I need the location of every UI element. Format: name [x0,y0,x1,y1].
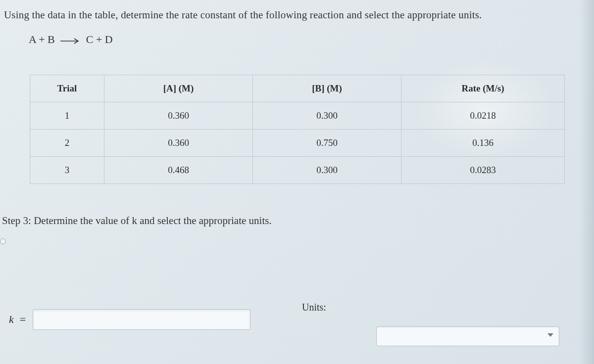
page-right-edge [579,0,594,364]
question-prompt: Using the data in the table, determine t… [0,0,594,21]
cell-rate: 0.0218 [401,102,565,129]
equation-rhs: C + D [86,33,113,46]
cell-a: 0.468 [104,156,253,183]
step-instruction: Step 3: Determine the value of k and sel… [0,184,594,227]
cell-trial: 1 [30,102,104,129]
header-b: [B] (M) [253,75,401,102]
table-row: 1 0.360 0.300 0.0218 [30,102,565,129]
cell-rate: 0.136 [401,129,565,156]
units-label: Units: [302,302,326,313]
header-a: [A] (M) [104,75,253,102]
arrow-icon [60,34,80,47]
header-rate: Rate (M/s) [401,75,565,102]
table-row: 2 0.360 0.750 0.136 [30,129,565,156]
cell-trial: 2 [30,129,104,156]
data-table-wrap: Trial [A] (M) [B] (M) Rate (M/s) 1 0.360… [30,75,564,184]
cell-b: 0.300 [253,102,401,129]
question-container: Using the data in the table, determine t… [0,0,594,364]
units-area: Units: [302,302,326,313]
table-header-row: Trial [A] (M) [B] (M) Rate (M/s) [30,75,565,102]
cell-a: 0.360 [104,102,253,129]
cell-rate: 0.0283 [401,156,565,183]
cell-trial: 3 [30,156,104,183]
equals-sign: = [20,313,26,326]
step-marker-icon [0,238,6,244]
units-field-wrap [376,326,559,346]
cell-b: 0.300 [253,156,401,183]
equation-lhs: A + B [29,33,55,46]
reaction-equation: A + B C + D [0,21,594,47]
data-table: Trial [A] (M) [B] (M) Rate (M/s) 1 0.360… [30,75,565,184]
cell-b: 0.750 [253,129,401,156]
table-row: 3 0.468 0.300 0.0283 [30,156,565,183]
k-value-input[interactable] [33,309,250,330]
header-trial: Trial [30,75,104,102]
cell-a: 0.360 [104,129,253,156]
units-select[interactable] [376,326,559,346]
k-symbol: k [9,313,14,326]
